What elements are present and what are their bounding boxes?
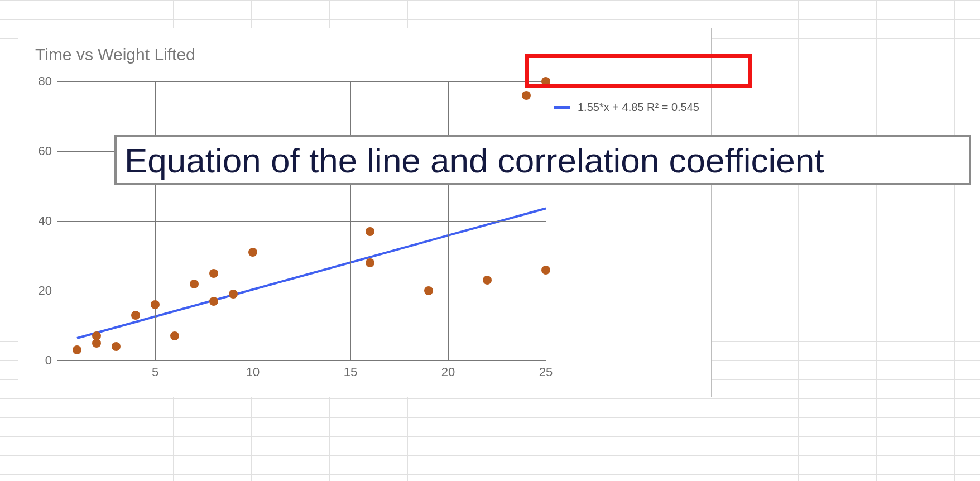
data-point[interactable] [170, 331, 179, 340]
data-point[interactable] [522, 91, 531, 100]
data-point[interactable] [229, 290, 238, 299]
plot-area: 020406080510152025 [57, 81, 546, 360]
data-point[interactable] [190, 280, 199, 288]
data-point[interactable] [92, 331, 101, 340]
data-point[interactable] [366, 227, 374, 236]
data-point[interactable] [209, 297, 218, 306]
data-point[interactable] [424, 286, 433, 295]
x-tick-label: 20 [441, 360, 455, 379]
data-point[interactable] [248, 248, 257, 257]
y-tick-label: 40 [39, 214, 57, 228]
x-tick-label: 25 [539, 360, 553, 379]
y-tick-label: 80 [39, 74, 57, 89]
y-tick-label: 60 [39, 144, 57, 158]
x-tick-label: 5 [152, 360, 158, 379]
data-point[interactable] [366, 258, 374, 267]
legend-text: 1.55*x + 4.85 R² = 0.545 [578, 101, 699, 114]
gridline-v [448, 81, 449, 360]
gridline-v [155, 81, 156, 360]
x-tick-label: 10 [246, 360, 260, 379]
svg-line-0 [77, 209, 546, 339]
gridline-h [57, 360, 546, 361]
data-point[interactable] [483, 276, 492, 285]
annotation-callout[interactable]: Equation of the line and correlation coe… [114, 135, 971, 185]
gridline-h [57, 81, 546, 82]
red-highlight-box [525, 54, 752, 88]
trendline-legend[interactable]: 1.55*x + 4.85 R² = 0.545 [554, 101, 699, 114]
data-point[interactable] [209, 269, 218, 278]
legend-swatch [554, 106, 570, 109]
gridline-v [546, 81, 546, 360]
y-tick-label: 0 [45, 353, 57, 368]
gridline-v [350, 81, 351, 360]
gridline-v [253, 81, 253, 360]
data-point[interactable] [151, 300, 160, 309]
gridline-h [57, 221, 546, 222]
annotation-text: Equation of the line and correlation coe… [124, 141, 824, 180]
data-point[interactable] [541, 266, 550, 275]
x-tick-label: 15 [344, 360, 357, 379]
chart-title: Time vs Weight Lifted [35, 45, 195, 64]
data-point[interactable] [112, 342, 121, 351]
y-tick-label: 20 [39, 283, 57, 298]
data-point[interactable] [73, 345, 81, 354]
data-point[interactable] [131, 311, 140, 320]
gridline-h [57, 291, 546, 291]
